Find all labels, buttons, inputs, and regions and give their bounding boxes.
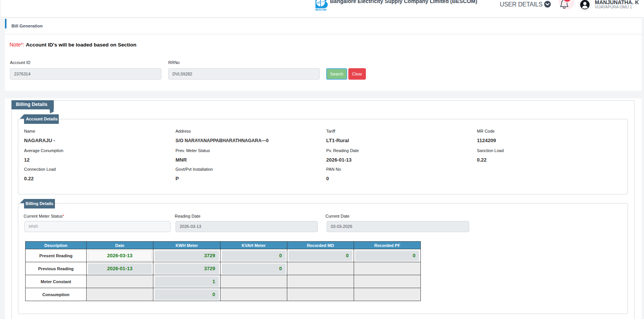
- svg-text:BESCOM: BESCOM: [315, 8, 326, 11]
